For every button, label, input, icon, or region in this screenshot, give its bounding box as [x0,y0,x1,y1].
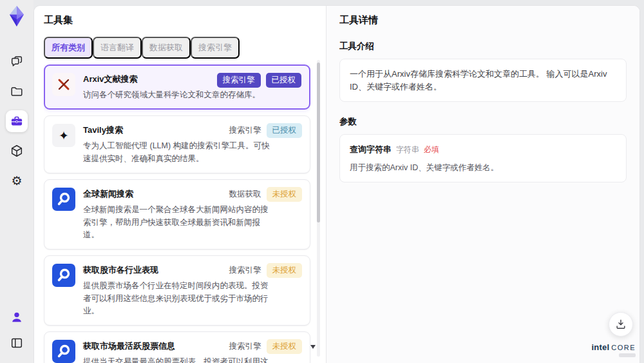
sidebar-bottom [6,306,28,354]
param-header: 查询字符串 字符串 必填 [350,143,616,156]
tool-description: 提供当天交易量最高的股票列表，投资者可以利用这些信息来识别流动性强的股票和潜在的… [83,356,271,363]
tool-description: 全球新闻搜索是一个聚合全球各大新闻网站内容的搜索引擎，帮助用户快速获取全球最新资… [83,204,271,241]
folder-icon [10,84,24,99]
tool-category-badge: 搜索引擎 [229,125,261,136]
intel-core-sub-badge [619,353,636,357]
tool-card[interactable]: 获取股市各行业表现 提供股票市场各个行业在特定时间段内的表现。投资者可以利用这些… [44,255,310,326]
user-icon [10,310,24,324]
param-name: 查询字符串 [350,143,392,156]
logo-diamond-icon [5,5,29,29]
category-tab[interactable]: 所有类别 [44,37,93,59]
tool-badges: 搜索引擎 已授权 [217,73,302,88]
detail-title: 工具详情 [339,14,627,26]
tavily-star-icon: ✦ [59,128,69,143]
sidebar-item-files[interactable] [6,81,28,103]
tool-category-badge: 搜索引擎 [229,265,261,276]
param-type: 字符串 [396,144,419,155]
category-tab[interactable]: 搜索引擎 [191,37,240,59]
sidebar-nav: ⚙ [6,51,28,191]
tool-status-badge: 已授权 [267,123,303,138]
tool-card[interactable]: 全球新闻搜索 全球新闻搜索是一个聚合全球各大新闻网站内容的搜索引擎，帮助用户快速… [44,179,310,250]
tool-card-list: Arxiv文献搜索 访问各个研究领域大量科学论文和文章的存储库。 搜索引擎 已授… [44,64,310,363]
tool-icon [52,73,75,96]
download-icon [614,318,627,331]
sidebar-item-settings[interactable]: ⚙ [6,170,28,191]
search-magnifier-icon [52,188,75,211]
download-button[interactable] [609,312,633,337]
core-wordmark: CORE [611,344,636,351]
tool-intro-box: 一个用于从Arxiv存储库搜索科学论文和文章的工具。 输入可以是Arxiv ID… [339,59,627,102]
tool-category-badge: 数据获取 [229,189,261,200]
scroll-down-indicator[interactable] [310,345,316,349]
tool-status-badge: 已授权 [266,73,302,88]
sidebar-item-packages[interactable] [6,140,28,162]
tool-badges: 搜索引擎 未授权 [229,263,303,278]
arxiv-logo-icon [52,73,75,96]
param-box: 查询字符串 字符串 必填 用于搜索的Arxiv ID、关键字或作者姓名。 [339,134,627,182]
cube-icon [10,144,24,158]
scrollbar-thumb[interactable] [317,63,320,222]
tool-icon [52,264,75,287]
tool-badges: 搜索引擎 未授权 [229,339,303,354]
category-tab[interactable]: 数据获取 [142,37,191,59]
tool-detail-pane: 工具详情 工具介绍 一个用于从Arxiv存储库搜索科学论文和文章的工具。 输入可… [326,6,639,363]
tool-description: 提供股票市场各个行业在特定时间段内的表现。投资者可以利用这些信息来识别表现优于或… [83,280,271,317]
page-title: 工具集 [44,14,326,26]
params-section-title: 参数 [339,116,627,128]
sidebar-item-toolbox[interactable] [6,110,28,132]
param-required-flag: 必填 [424,144,439,155]
tool-icon: ✦ [52,124,75,147]
tool-description: 专为人工智能代理 (LLM) 构建的搜索引擎工具。可快速提供实时、准确和真实的结… [83,140,271,165]
layout-panel-icon [10,336,24,350]
sidebar: ⚙ [0,0,33,363]
tool-icon [52,340,75,363]
tool-card[interactable]: Arxiv文献搜索 访问各个研究领域大量科学论文和文章的存储库。 搜索引擎 已授… [44,64,310,110]
tool-icon [52,188,75,211]
tool-badges: 搜索引擎 已授权 [229,123,303,138]
tool-card[interactable]: 获取市场最活跃股票信息 提供当天交易量最高的股票列表，投资者可以利用这些信息来识… [44,331,310,363]
tool-card[interactable]: ✦ Tavily搜索 专为人工智能代理 (LLM) 构建的搜索引擎工具。可快速提… [44,115,310,173]
app-logo[interactable] [5,5,29,29]
category-tabs: 所有类别语言翻译数据获取搜索引擎 [44,37,326,59]
tool-badges: 数据获取 未授权 [229,187,303,202]
category-tab[interactable]: 语言翻译 [93,37,142,59]
search-magnifier-icon [52,340,75,363]
search-magnifier-icon [52,264,75,287]
intel-core-logo: intel CORE [591,343,636,357]
chat-icon [10,55,24,69]
intel-wordmark: intel [591,343,609,352]
main-panel: 工具集 所有类别语言翻译数据获取搜索引擎 Arxiv文献搜索 访问各个研究领域大… [33,5,640,363]
tool-description: 访问各个研究领域大量科学论文和文章的存储库。 [83,89,271,101]
intro-section-title: 工具介绍 [339,41,627,52]
panel-toggle-button[interactable] [6,332,28,354]
toolbox-icon [10,114,24,128]
tool-status-badge: 未授权 [267,187,303,202]
tool-category-badge: 搜索引擎 [217,73,261,88]
tool-list-pane: 工具集 所有类别语言翻译数据获取搜索引擎 Arxiv文献搜索 访问各个研究领域大… [34,6,326,363]
tool-status-badge: 未授权 [267,263,303,278]
scrollbar-track[interactable] [317,60,320,357]
tool-status-badge: 未授权 [267,339,303,354]
sidebar-item-chat[interactable] [6,51,28,73]
gear-icon: ⚙ [11,175,22,187]
tool-intro-text: 一个用于从Arxiv存储库搜索科学论文和文章的工具。 输入可以是Arxiv ID… [350,68,616,93]
user-avatar-button[interactable] [6,306,28,328]
param-description: 用于搜索的Arxiv ID、关键字或作者姓名。 [350,162,616,174]
tool-category-badge: 搜索引擎 [229,341,261,352]
